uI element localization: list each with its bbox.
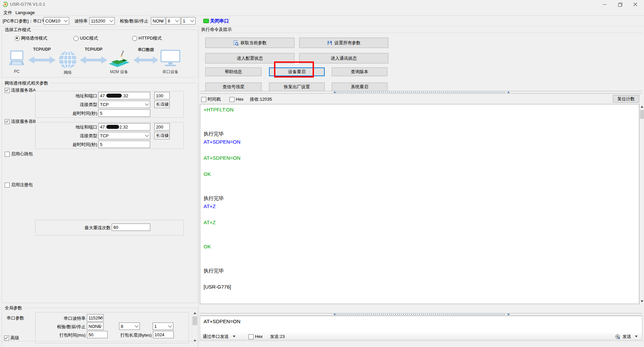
query-signal-button[interactable]: 查信号强度	[205, 83, 262, 91]
top-splitter[interactable]	[200, 91, 642, 94]
app-icon	[3, 2, 8, 7]
scroll-up-button[interactable]	[640, 104, 644, 109]
port-open-indicator-icon	[203, 19, 209, 23]
splitter-collapse-icon[interactable]	[333, 314, 336, 315]
server-a-timeout-input[interactable]: 5	[98, 109, 150, 117]
scrollbar-thumb[interactable]	[193, 316, 197, 325]
splitter-collapse-icon[interactable]	[507, 91, 510, 93]
query-version-button[interactable]: 查询版本	[332, 67, 387, 76]
stopbits-select[interactable]: 1	[181, 17, 196, 24]
server-a-addr-label: 地址和端口	[54, 93, 97, 99]
splitter-collapse-icon[interactable]	[507, 314, 510, 315]
log-line	[204, 186, 638, 194]
log-line	[204, 259, 638, 267]
global-stopbits-select[interactable]: 1	[153, 323, 173, 330]
httpd-mode-label[interactable]: HTTPD模式	[139, 36, 162, 41]
register-checkbox[interactable]	[5, 183, 10, 188]
recv-hex-checkbox[interactable]	[229, 97, 234, 102]
sent-count: 发送:23	[270, 334, 285, 339]
global-parity-select[interactable]: NONE	[87, 323, 104, 330]
server-a-label[interactable]: 连接服务器A	[11, 88, 36, 93]
left-scrollbar[interactable]	[192, 310, 198, 344]
menu-file[interactable]: 文件	[3, 10, 12, 15]
restore-button[interactable]	[612, 0, 628, 9]
splitter-collapse-icon[interactable]	[333, 91, 336, 93]
chevron-down-icon	[145, 102, 149, 105]
global-databits-select[interactable]: 8	[119, 323, 140, 330]
reconnect-input[interactable]: 60	[112, 224, 150, 231]
server-a-port-input[interactable]: 100	[154, 92, 170, 99]
server-b-port-input[interactable]: 200	[154, 123, 170, 131]
chevron-down-icon[interactable]	[233, 336, 235, 337]
baud-select[interactable]: 115200	[89, 17, 115, 24]
search-document-icon	[233, 40, 238, 46]
help-button[interactable]: 帮助信息	[205, 67, 262, 76]
global-baud-select[interactable]: 115200	[87, 314, 104, 321]
packtime-input[interactable]: 50	[87, 331, 108, 338]
reset-count-button[interactable]: 复位计数	[613, 95, 639, 103]
server-b-type-value: TCP	[100, 133, 109, 138]
node-net-label: 网络	[58, 70, 77, 76]
server-b-addr-input[interactable]: 47.2.32	[98, 123, 150, 131]
global-parity-label: 检验/数据/停止	[49, 324, 86, 330]
log-line: 执行完毕	[204, 130, 638, 138]
toolbar-bottom-line	[0, 26, 644, 27]
server-a-type-select[interactable]: TCP	[98, 101, 150, 108]
set-params-button[interactable]: 设置所有参数	[299, 38, 388, 48]
globe-icon	[58, 50, 77, 69]
net-params-title: 网络透传模式相关参数	[3, 81, 50, 86]
radio-udc-mode[interactable]	[73, 36, 78, 41]
advanced-checkbox[interactable]	[4, 336, 9, 341]
send-text[interactable]: AT+SDPEN=ON	[204, 318, 240, 324]
send-hex-label[interactable]: Hex	[255, 334, 263, 339]
advanced-label[interactable]: 高级	[10, 335, 19, 341]
databits-select[interactable]: 8	[166, 17, 180, 24]
heartbeat-label[interactable]: 启用心跳包	[11, 151, 33, 157]
get-params-button[interactable]: 获取当前参数	[205, 38, 294, 48]
udc-mode-label[interactable]: UDC模式	[80, 36, 98, 41]
app-window: USR-G776 V1.0.1 文件 Language [PC串口参数]：串口号…	[0, 0, 644, 347]
minimize-button[interactable]	[597, 0, 612, 9]
link-net-m2m-label: TCP/UDP	[84, 47, 104, 52]
server-a-checkbox[interactable]	[5, 88, 10, 93]
register-label[interactable]: 启用注册包	[11, 182, 33, 188]
log-line: AT+Z	[204, 202, 638, 210]
com-port-select[interactable]: COM10	[44, 17, 69, 24]
recv-hex-label[interactable]: Hex	[236, 97, 244, 102]
heartbeat-checkbox[interactable]	[5, 152, 10, 157]
server-a-keep-select[interactable]: 长连接	[154, 101, 170, 108]
timestamp-checkbox[interactable]	[201, 97, 206, 102]
server-b-timeout-input[interactable]: 5	[98, 141, 150, 148]
laptop-icon	[8, 50, 25, 66]
receive-log[interactable]: +HTPFLT:ON执行完毕AT+SDPEN=ONAT+SDPEN=ONOK执行…	[200, 104, 639, 304]
transparent-mode-label[interactable]: 网络透传模式	[21, 36, 47, 41]
radio-httpd-mode[interactable]	[132, 36, 137, 41]
scroll-up-button[interactable]	[192, 310, 198, 316]
parity-select[interactable]: NONI	[151, 17, 165, 24]
bottom-splitter[interactable]	[200, 313, 642, 316]
send-via-dropdown[interactable]: 通过串口发送	[203, 334, 229, 339]
addr-suffix: 2.32	[119, 125, 128, 130]
server-b-type-select[interactable]: TCP	[98, 132, 150, 139]
chevron-down-icon[interactable]	[635, 336, 638, 337]
send-hex-checkbox[interactable]	[249, 334, 254, 339]
close-icon	[633, 2, 637, 6]
timestamp-label[interactable]: 时间戳	[208, 97, 221, 102]
scroll-down-button[interactable]	[640, 299, 644, 304]
factory-reset-button[interactable]: 恢复出厂设置	[269, 83, 325, 91]
server-b-label[interactable]: 连接服务器B	[11, 119, 36, 124]
close-serial-button[interactable]: 关闭串口	[210, 18, 229, 23]
log-scrollbar[interactable]	[639, 104, 644, 304]
menu-language[interactable]: Language	[15, 10, 35, 15]
radio-transparent-mode[interactable]	[15, 36, 20, 41]
server-a-addr-input[interactable]: 47..32	[98, 92, 150, 99]
send-button[interactable]: 发送	[623, 334, 631, 339]
system-restart-button[interactable]: 系统重启	[332, 83, 387, 91]
splitter-handle[interactable]	[337, 92, 506, 93]
server-b-keep-select[interactable]: 长连接	[154, 132, 170, 139]
splitter-handle[interactable]	[337, 314, 506, 315]
scrollbar-thumb[interactable]	[640, 110, 644, 119]
close-button[interactable]	[628, 0, 643, 9]
packlen-input[interactable]: 1024	[153, 331, 174, 338]
server-b-checkbox[interactable]	[5, 119, 10, 124]
